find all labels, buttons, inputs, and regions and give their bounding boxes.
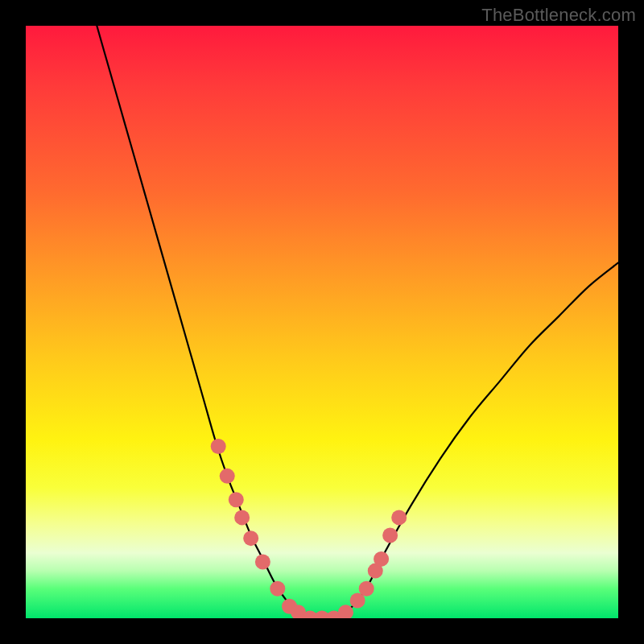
highlight-dot <box>374 551 389 567</box>
highlight-dot <box>255 555 270 570</box>
watermark-text: TheBottleneck.com <box>481 5 636 26</box>
highlight-dot <box>243 530 258 546</box>
highlight-dot <box>391 510 407 525</box>
highlight-dot <box>229 492 244 507</box>
highlight-dots <box>211 439 407 618</box>
highlight-dot <box>220 469 235 484</box>
bottleneck-curve <box>97 26 618 618</box>
highlight-dot <box>211 439 226 454</box>
chart-frame: TheBottleneck.com <box>0 0 644 644</box>
plot-area <box>26 26 618 618</box>
highlight-dot <box>359 581 374 597</box>
highlight-dot <box>270 581 285 597</box>
curve-layer <box>26 26 618 618</box>
highlight-dot <box>382 527 398 543</box>
highlight-dot <box>234 510 250 525</box>
